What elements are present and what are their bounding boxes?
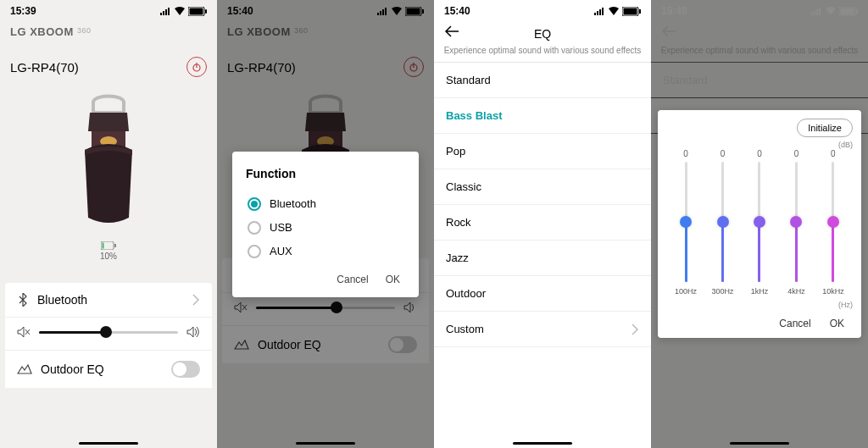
row-volume[interactable]: [222, 292, 429, 325]
unit-db: (dB): [666, 141, 853, 149]
slider-10khz[interactable]: 0 10kHz: [817, 149, 849, 296]
row-label: Bluetooth: [37, 293, 87, 307]
chevron-right-icon: [192, 294, 200, 306]
back-button[interactable]: [444, 25, 459, 40]
radio-icon: [248, 197, 261, 211]
brand-label: LG XBOOM 360: [217, 19, 434, 41]
clock: 15:40: [444, 5, 470, 17]
custom-eq-dialog: Initialize (dB) 0 100Hz 0 300Hz 0 1kHz 0: [658, 110, 861, 338]
mountain-icon: [234, 340, 249, 350]
preset-rock[interactable]: Rock: [434, 205, 651, 241]
preset-custom[interactable]: Custom: [434, 312, 651, 347]
row-bluetooth[interactable]: Bluetooth: [5, 283, 212, 317]
cellular-icon: [160, 8, 170, 15]
battery-icon: [622, 7, 641, 16]
volume-slider[interactable]: [39, 331, 178, 334]
status-icons: [811, 7, 858, 16]
svg-rect-23: [639, 9, 641, 14]
ok-button[interactable]: OK: [830, 318, 844, 329]
page-header: EQ: [434, 19, 651, 46]
eq-preset-list: Standard Bass Blast Pop Classic Rock Jaz…: [434, 63, 651, 347]
preset-standard: Standard: [651, 63, 868, 98]
slider-300hz[interactable]: 0 300Hz: [706, 149, 738, 296]
device-battery: 10%: [0, 241, 217, 261]
volume-slider[interactable]: [256, 307, 395, 309]
slider-1khz[interactable]: 0 1kHz: [743, 149, 776, 296]
volume-mute-icon: [234, 301, 248, 313]
status-bar: 15:40: [217, 0, 434, 19]
volume-mute-icon: [17, 326, 31, 338]
initialize-button[interactable]: Initialize: [797, 119, 853, 137]
radio-icon: [248, 245, 261, 258]
battery-icon: [405, 7, 424, 16]
option-usb[interactable]: USB: [246, 216, 405, 240]
svg-rect-14: [422, 9, 424, 14]
svg-rect-9: [114, 244, 116, 247]
power-button[interactable]: [403, 57, 424, 77]
volume-icon: [186, 326, 200, 338]
option-aux[interactable]: AUX: [246, 240, 405, 263]
page-subtitle: Experience optimal sound with various so…: [434, 46, 651, 63]
preset-jazz[interactable]: Jazz: [434, 241, 651, 276]
outdoor-toggle[interactable]: [388, 336, 417, 353]
chevron-right-icon: [631, 324, 639, 335]
preset-standard[interactable]: Standard: [434, 63, 651, 98]
status-icons: [160, 7, 207, 16]
dialog-title: Function: [246, 167, 405, 180]
clock: 15:40: [227, 5, 253, 17]
power-button[interactable]: [186, 57, 207, 77]
device-image: 10%: [0, 80, 217, 266]
clock: 15:48: [661, 5, 687, 17]
status-bar: 15:48: [651, 0, 868, 19]
home-indicator[interactable]: [513, 442, 572, 445]
preset-bass-blast[interactable]: Bass Blast: [434, 98, 651, 134]
cancel-button[interactable]: Cancel: [337, 274, 368, 285]
eq-sliders: 0 100Hz 0 300Hz 0 1kHz 0 4kHz 0: [666, 149, 853, 299]
page-title: EQ: [534, 27, 551, 41]
home-indicator[interactable]: [730, 442, 789, 445]
option-label: USB: [270, 221, 292, 234]
bluetooth-icon: [17, 293, 29, 307]
home-indicator[interactable]: [296, 442, 355, 445]
wifi-icon: [825, 7, 837, 16]
wifi-icon: [391, 7, 403, 16]
device-name: LG-RP4(70): [10, 60, 79, 75]
battery-icon: [188, 7, 207, 16]
status-icons: [377, 7, 424, 16]
row-outdoor-eq[interactable]: Outdoor EQ: [5, 350, 212, 388]
cellular-icon: [594, 8, 604, 15]
main-list: Bluetooth Outdoor EQ: [5, 283, 212, 388]
outdoor-toggle[interactable]: [171, 361, 200, 378]
svg-rect-25: [841, 8, 854, 14]
page-title: EQ: [751, 27, 768, 41]
preset-pop[interactable]: Pop: [434, 134, 651, 169]
slider-4khz[interactable]: 0 4kHz: [780, 149, 812, 296]
screen-home: 15:39 LG XBOOM 360 LG-RP4(70) 10%: [0, 0, 217, 448]
option-label: Bluetooth: [270, 197, 316, 210]
slider-100hz[interactable]: 0 100Hz: [670, 149, 702, 296]
option-bluetooth[interactable]: Bluetooth: [246, 192, 405, 216]
home-indicator[interactable]: [79, 442, 138, 445]
clock: 15:39: [10, 5, 36, 17]
status-bar: 15:39: [0, 0, 217, 19]
wifi-icon: [608, 7, 620, 16]
row-volume[interactable]: [5, 317, 212, 350]
battery-icon: [839, 7, 858, 16]
wifi-icon: [174, 7, 186, 16]
row-outdoor-eq[interactable]: Outdoor EQ: [222, 325, 429, 363]
preset-classic[interactable]: Classic: [434, 169, 651, 205]
back-button[interactable]: [661, 25, 676, 40]
svg-rect-1: [190, 8, 203, 14]
function-dialog: Function Bluetooth USB AUX Cancel OK: [232, 152, 419, 297]
svg-rect-2: [205, 9, 207, 14]
status-bar: 15:40: [434, 0, 651, 19]
ok-button[interactable]: OK: [386, 274, 400, 285]
preset-outdoor[interactable]: Outdoor: [434, 276, 651, 312]
svg-rect-26: [856, 9, 858, 14]
screen-eq-custom: 15:48 EQ Experience optimal sound with v…: [651, 0, 868, 448]
svg-rect-13: [407, 8, 420, 14]
screen-function-dialog: 15:40 LG XBOOM 360 LG-RP4(70) Bluetooth: [217, 0, 434, 448]
radio-icon: [248, 221, 261, 235]
brand-label: LG XBOOM 360: [0, 19, 217, 41]
cancel-button[interactable]: Cancel: [779, 318, 810, 329]
